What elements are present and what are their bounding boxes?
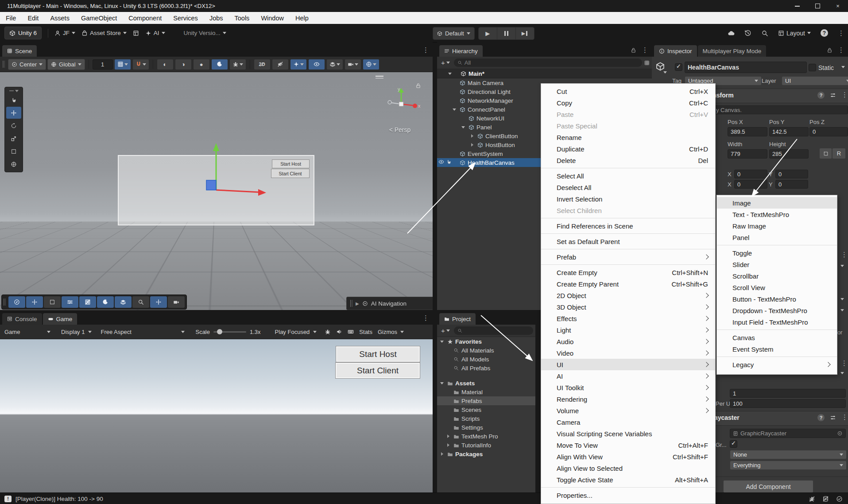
move-overlay-icon[interactable] <box>26 296 43 308</box>
help-icon[interactable]: ? <box>817 414 825 421</box>
rect-hand-icon[interactable] <box>44 296 61 308</box>
ui-legacy[interactable]: Legacy <box>717 359 837 370</box>
expand-arrow[interactable] <box>468 143 476 147</box>
debug-bug-icon[interactable] <box>229 59 246 70</box>
minimize-button[interactable] <box>787 0 807 12</box>
context-align-with-view[interactable]: Align With ViewCtrl+Shift+F <box>541 451 715 462</box>
help-icon[interactable]: ? <box>821 29 828 37</box>
pos-y-field[interactable]: 142.5 <box>769 127 809 136</box>
gizmos-dropdown[interactable]: Gizmos <box>374 325 407 339</box>
anchor-min-y-field[interactable]: 0 <box>775 170 808 178</box>
ui-text-textmeshpro[interactable]: Text - TextMeshPro <box>717 209 837 220</box>
layers-preset-dropdown[interactable]: Default <box>433 27 475 40</box>
lock-icon[interactable] <box>631 47 636 53</box>
menu-component[interactable]: Component <box>123 15 167 22</box>
project-item-scripts[interactable]: Scripts <box>437 414 535 423</box>
ui-slider[interactable]: Slider <box>717 259 837 270</box>
kebab-menu-icon[interactable]: ⋮ <box>841 359 848 367</box>
drag-handle[interactable] <box>4 299 6 306</box>
axis-icon[interactable] <box>150 296 167 308</box>
menu-jobs[interactable]: Jobs <box>204 15 229 22</box>
tab-inspector[interactable]: Inspector <box>654 45 697 57</box>
expand-arrow[interactable] <box>444 434 452 438</box>
start-host-button[interactable]: Start Host <box>336 346 420 362</box>
chevron-down-icon[interactable] <box>840 372 844 374</box>
kebab-menu-icon[interactable]: ⋮ <box>422 46 429 54</box>
tab-scene[interactable]: Scene <box>2 45 37 57</box>
eye-icon[interactable] <box>438 159 444 165</box>
context-volume[interactable]: Volume <box>541 405 715 416</box>
add-component-button[interactable]: Add Component <box>723 480 813 493</box>
layer-dropdown[interactable]: UI <box>782 76 848 85</box>
effects-sparkle-icon[interactable] <box>290 59 307 70</box>
solid-sphere-icon[interactable]: ● <box>193 59 210 70</box>
drag-handle[interactable] <box>9 88 19 93</box>
pos-x-field[interactable]: 389.5 <box>728 127 767 136</box>
close-button[interactable]: × <box>828 0 848 12</box>
lock-icon[interactable] <box>827 47 833 53</box>
visibility-toggles[interactable] <box>438 159 452 165</box>
kebab-menu-icon[interactable]: ⋮ <box>841 413 848 421</box>
context-2d-object[interactable]: 2D Object <box>541 290 715 301</box>
context-create-empty[interactable]: Create EmptyCtrl+Shift+N <box>541 267 715 278</box>
move-tool-icon[interactable] <box>6 107 21 119</box>
project-item-all-materials[interactable]: All Materials <box>437 346 535 355</box>
debugger-off-icon[interactable] <box>809 496 815 502</box>
context-effects[interactable]: Effects <box>541 313 715 324</box>
aspect-dropdown[interactable]: Free Aspect <box>97 325 188 339</box>
camera-icon[interactable] <box>168 296 185 308</box>
project-item-material[interactable]: Material <box>437 388 535 396</box>
asset-store-dropdown[interactable]: Asset Store <box>81 30 127 36</box>
pixels-per-unit-field[interactable]: 100 <box>730 399 846 408</box>
unity-version-badge[interactable]: Unity 6 <box>4 27 42 39</box>
ui-scrollbar[interactable]: Scrollbar <box>717 270 837 282</box>
expand-arrow[interactable] <box>468 134 476 138</box>
start-client-button[interactable]: Start Client <box>335 362 420 379</box>
menu-window[interactable]: Window <box>255 15 290 22</box>
context-move-to-view[interactable]: Move To ViewCtrl+Alt+F <box>541 439 715 451</box>
ai-dropdown[interactable]: AI <box>145 30 165 36</box>
script-field[interactable]: GraphicRaycaster <box>730 429 846 438</box>
project-item-scenes[interactable]: Scenes <box>437 405 535 414</box>
project-item-prefabs[interactable]: Prefabs <box>437 396 535 405</box>
inspector-field-1[interactable]: 1 <box>730 389 846 398</box>
ai-navigation-overlay[interactable]: ▶ AI Navigation <box>346 297 433 310</box>
ui-panel[interactable]: Panel <box>717 232 837 243</box>
context-deselect-all[interactable]: Deselect All <box>541 182 715 193</box>
context-camera[interactable]: Camera <box>541 416 715 428</box>
layers-icon[interactable] <box>115 296 132 308</box>
picker-icon[interactable] <box>644 60 650 66</box>
axis-gizmo[interactable]: y x <box>382 85 421 124</box>
grid-size-field[interactable]: 1 <box>93 59 113 70</box>
pause-button[interactable] <box>497 27 516 39</box>
object-picker-icon[interactable] <box>837 430 843 436</box>
active-checkbox[interactable] <box>675 63 682 71</box>
help-icon[interactable]: ? <box>817 92 825 99</box>
raycaster-enabled-checkbox[interactable] <box>730 440 737 448</box>
create-add-button[interactable]: + <box>439 59 452 66</box>
play-focused-dropdown[interactable]: Play Focused <box>271 325 321 339</box>
ui-image[interactable]: Image <box>717 197 837 209</box>
chevron-down-icon[interactable] <box>840 265 844 267</box>
ui-event-system[interactable]: Event System <box>717 343 837 355</box>
menu-help[interactable]: Help <box>290 15 314 22</box>
game-viewport[interactable]: Start Host Start Client <box>0 339 433 492</box>
stats-button[interactable]: Stats <box>359 329 372 335</box>
bug-icon[interactable] <box>325 329 331 335</box>
kebab-menu-icon[interactable]: ⋮ <box>642 46 648 54</box>
project-item-all-models[interactable]: All Models <box>437 355 535 364</box>
expand-arrow[interactable] <box>438 341 446 343</box>
layout-dropdown[interactable]: Layout <box>778 30 811 37</box>
expand-arrow[interactable] <box>459 126 467 128</box>
static-checkbox[interactable] <box>809 64 816 71</box>
snap-grid-icon[interactable] <box>114 59 131 70</box>
context-rendering[interactable]: Rendering <box>541 393 715 405</box>
context-invert-selection[interactable]: Invert Selection <box>541 193 715 205</box>
context-prefab[interactable]: Prefab <box>541 251 715 263</box>
ui-button-textmeshpro[interactable]: Button - TextMeshPro <box>717 293 837 305</box>
menu-assets[interactable]: Assets <box>44 15 75 22</box>
keyboard-icon[interactable] <box>348 329 354 335</box>
display-dropdown[interactable]: Display 1 <box>58 325 95 339</box>
anchor-min-x-field[interactable]: 0 <box>734 170 767 178</box>
project-item-settings[interactable]: Settings <box>437 423 535 432</box>
